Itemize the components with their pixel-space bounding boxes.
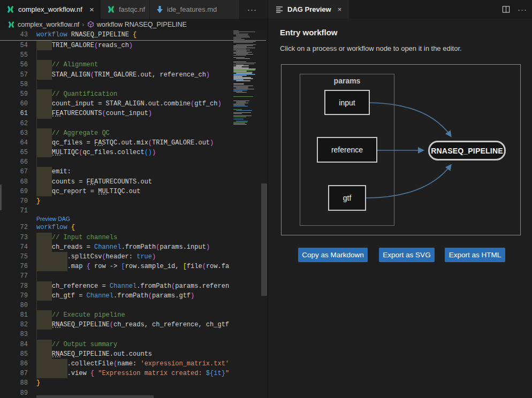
- line-number[interactable]: 54: [0, 41, 36, 50]
- line-number[interactable]: 56: [0, 60, 36, 70]
- tab-fastqc[interactable]: fastqc.nf: [101, 0, 150, 19]
- line-number[interactable]: 67: [0, 167, 36, 177]
- line-content[interactable]: [36, 50, 231, 60]
- line-content[interactable]: .collectFile(name: 'expression_matrix.tx…: [36, 359, 231, 369]
- line-number[interactable]: 82: [0, 320, 36, 330]
- line-content[interactable]: ch_reference = Channel.fromPath(params.r…: [36, 281, 231, 291]
- node-rnaseq-pipeline[interactable]: RNASEQ_PIPELINE: [428, 141, 506, 160]
- line-content[interactable]: qc_report = MULTIQC.out: [36, 187, 231, 196]
- code-line[interactable]: 88}: [0, 378, 231, 388]
- line-number[interactable]: 69: [0, 187, 36, 196]
- line-number[interactable]: 85: [0, 349, 36, 359]
- line-number[interactable]: 63: [0, 128, 36, 138]
- codelens-preview-dag[interactable]: Preview DAG: [36, 216, 70, 222]
- code-line[interactable]: 73// Input channels: [0, 233, 231, 242]
- code-line[interactable]: 60count_input = STAR_ALIGN.out.combine(g…: [0, 99, 231, 109]
- code-line[interactable]: 59// Quantification: [0, 89, 231, 99]
- code-line[interactable]: 85RNASEQ_PIPELINE.out.counts: [0, 349, 231, 359]
- node-gtf[interactable]: gtf: [328, 185, 366, 211]
- code-line[interactable]: 86.collectFile(name: 'expression_matrix.…: [0, 359, 231, 369]
- code-line[interactable]: 82RNASEQ_PIPELINE(ch_reads, ch_reference…: [0, 320, 231, 330]
- line-content[interactable]: RNASEQ_PIPELINE(ch_reads, ch_reference, …: [36, 320, 231, 330]
- line-number[interactable]: 70: [0, 196, 36, 206]
- code-line[interactable]: 62: [0, 119, 231, 128]
- line-content[interactable]: // Quantification: [36, 89, 231, 99]
- codelens-row[interactable]: Preview DAG: [0, 216, 231, 223]
- horizontal-scrollbar-thumb[interactable]: [36, 395, 154, 398]
- code-line[interactable]: 74ch_reads = Channel.fromPath(params.inp…: [0, 242, 231, 252]
- code-line[interactable]: 75.splitCsv(header: true): [0, 252, 231, 262]
- more-tabs-button[interactable]: ···: [240, 0, 264, 19]
- sticky-scroll-line[interactable]: 43 workflow RNASEQ_PIPELINE {: [0, 30, 231, 40]
- code-line[interactable]: 72workflow {: [0, 223, 231, 232]
- line-number[interactable]: 88: [0, 378, 36, 388]
- line-number[interactable]: 73: [0, 233, 36, 242]
- line-number[interactable]: 74: [0, 242, 36, 252]
- line-content[interactable]: [36, 157, 231, 167]
- line-number[interactable]: 66: [0, 157, 36, 167]
- line-number[interactable]: 55: [0, 50, 36, 60]
- line-content[interactable]: count_input = STAR_ALIGN.out.combine(gtf…: [36, 99, 231, 109]
- line-content[interactable]: ch_reads = Channel.fromPath(params.input…: [36, 242, 231, 252]
- line-content[interactable]: [36, 206, 231, 216]
- code-line[interactable]: 84// Output summary: [0, 340, 231, 349]
- breadcrumb-file[interactable]: complex_workflow.nf: [18, 21, 79, 28]
- line-number[interactable]: 59: [0, 89, 36, 99]
- line-content[interactable]: workflow {: [36, 223, 231, 232]
- close-icon[interactable]: ×: [338, 5, 342, 13]
- node-reference[interactable]: reference: [317, 137, 377, 163]
- line-number[interactable]: 87: [0, 369, 36, 378]
- code-line[interactable]: 68counts = FEATURECOUNTS.out: [0, 177, 231, 187]
- code-line[interactable]: 80: [0, 301, 231, 310]
- line-content[interactable]: .splitCsv(header: true): [36, 252, 231, 262]
- tab-complex-workflow[interactable]: complex_workflow.nf ×: [0, 0, 101, 19]
- line-content[interactable]: // Alignment: [36, 60, 231, 70]
- line-number[interactable]: 62: [0, 119, 36, 128]
- line-number[interactable]: 84: [0, 340, 36, 349]
- line-number[interactable]: 61: [0, 109, 36, 118]
- code-line[interactable]: 76.map { row -> [row.sample_id, [file(ro…: [0, 262, 231, 271]
- line-content[interactable]: [36, 301, 231, 310]
- line-number[interactable]: 65: [0, 148, 36, 157]
- tab-dag-preview[interactable]: DAG Preview ×: [268, 0, 349, 19]
- split-editor-icon[interactable]: [502, 5, 510, 13]
- line-content[interactable]: }: [36, 196, 231, 206]
- vertical-scrollbar-thumb[interactable]: [261, 183, 267, 296]
- code-line[interactable]: 67emit:: [0, 167, 231, 177]
- line-content[interactable]: }: [36, 378, 231, 388]
- more-actions-button[interactable]: ···: [518, 5, 527, 14]
- line-number[interactable]: 89: [0, 388, 36, 398]
- line-number[interactable]: 64: [0, 138, 36, 148]
- code-line[interactable]: 66: [0, 157, 231, 167]
- code-line[interactable]: 57STAR_ALIGN(TRIM_GALORE.out, reference_…: [0, 70, 231, 80]
- line-number[interactable]: 76: [0, 262, 36, 271]
- line-number[interactable]: 77: [0, 271, 36, 281]
- line-number[interactable]: 83: [0, 330, 36, 339]
- code-line[interactable]: 87.view { "Expression matrix created: ${…: [0, 369, 231, 378]
- code-line[interactable]: 56// Alignment: [0, 60, 231, 70]
- code-line[interactable]: 63// Aggregate QC: [0, 128, 231, 138]
- export-as-svg-button[interactable]: Export as SVG: [379, 248, 435, 262]
- line-content[interactable]: STAR_ALIGN(TRIM_GALORE.out, reference_ch…: [36, 70, 231, 80]
- tab-ide-features[interactable]: ide_features.md: [150, 0, 240, 19]
- copy-as-markdown-button[interactable]: Copy as Markdown: [298, 248, 368, 262]
- code-line[interactable]: 78ch_reference = Channel.fromPath(params…: [0, 281, 231, 291]
- line-content[interactable]: .view { "Expression matrix created: ${it…: [36, 369, 231, 378]
- code-editor[interactable]: 43 workflow RNASEQ_PIPELINE { 54TRIM_GAL…: [0, 30, 268, 398]
- line-number[interactable]: 71: [0, 206, 36, 216]
- code-lines[interactable]: 54TRIM_GALORE(reads_ch)5556// Alignment5…: [0, 41, 231, 398]
- code-line[interactable]: 54TRIM_GALORE(reads_ch): [0, 41, 231, 50]
- line-content[interactable]: [36, 80, 231, 89]
- line-content[interactable]: qc_files = FASTQC.out.mix(TRIM_GALORE.ou…: [36, 138, 231, 148]
- line-number[interactable]: 58: [0, 80, 36, 89]
- line-number[interactable]: 86: [0, 359, 36, 369]
- code-line[interactable]: 65MULTIQC(qc_files.collect()): [0, 148, 231, 157]
- vertical-scrollbar[interactable]: [261, 30, 268, 398]
- close-icon[interactable]: ×: [89, 5, 94, 14]
- code-line[interactable]: 55: [0, 50, 231, 60]
- node-input[interactable]: input: [324, 90, 370, 115]
- line-content[interactable]: [36, 330, 231, 339]
- code-line[interactable]: 77: [0, 271, 231, 281]
- line-number[interactable]: 57: [0, 70, 36, 80]
- line-content[interactable]: RNASEQ_PIPELINE.out.counts: [36, 349, 231, 359]
